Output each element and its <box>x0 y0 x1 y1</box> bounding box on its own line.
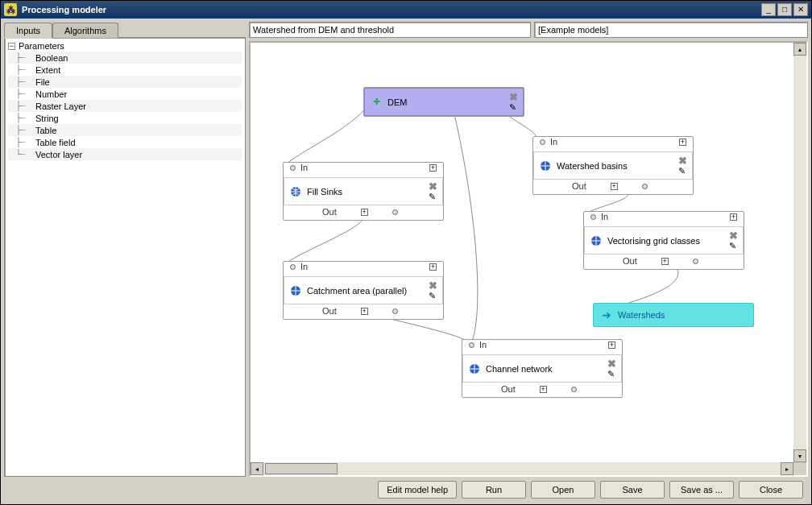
scroll-right-button[interactable]: ▸ <box>781 462 793 475</box>
tree-branch-icon: ├┈ <box>11 64 35 75</box>
tree-item-file[interactable]: ├┈File <box>8 76 242 88</box>
model-canvas[interactable]: ✚ DEM ✖✎ In + <box>251 43 806 475</box>
port-out-label: Out <box>623 256 637 266</box>
btn-label: Edit model help <box>387 485 448 495</box>
port-out-label: Out <box>501 384 516 394</box>
delete-icon[interactable]: ✖ <box>509 92 518 102</box>
scroll-thumb[interactable] <box>265 463 338 474</box>
model-group-input[interactable] <box>534 22 808 38</box>
expand-icon[interactable]: + <box>540 386 547 393</box>
left-tabs: Inputs Algorithms <box>4 22 246 37</box>
node-dem[interactable]: ✚ DEM ✖✎ <box>363 87 524 117</box>
node-dem-title: DEM <box>387 97 504 107</box>
app-icon: ⁂ <box>4 3 17 16</box>
expand-icon[interactable]: + <box>611 183 618 190</box>
arrow-right-icon: ➔ <box>600 308 613 321</box>
tree-branch-icon: └┈ <box>11 149 35 159</box>
close-window-button[interactable]: ✕ <box>793 3 808 16</box>
edit-model-help-button[interactable]: Edit model help <box>378 481 457 499</box>
tree-item-label: String <box>35 114 59 123</box>
expand-icon[interactable]: + <box>429 263 437 271</box>
save-button[interactable]: Save <box>600 481 665 499</box>
tab-inputs[interactable]: Inputs <box>4 23 52 38</box>
expand-icon[interactable]: + <box>730 213 737 221</box>
edit-icon[interactable]: ✎ <box>509 103 518 112</box>
port-in-label: In <box>479 340 487 350</box>
run-button[interactable]: Run <box>462 481 526 499</box>
tab-algorithms[interactable]: Algorithms <box>52 23 118 38</box>
delete-icon[interactable]: ✖ <box>607 358 616 369</box>
open-button[interactable]: Open <box>531 481 595 499</box>
tree-item-tablefield[interactable]: ├┈Table field <box>8 136 242 148</box>
delete-icon[interactable]: ✖ <box>429 181 437 192</box>
delete-icon[interactable]: ✖ <box>429 280 437 291</box>
expand-icon[interactable]: + <box>679 139 686 146</box>
model-name-input[interactable] <box>249 22 531 38</box>
minimize-button[interactable]: _ <box>761 3 776 16</box>
tree-branch-icon: ├┈ <box>11 52 35 63</box>
globe-icon <box>539 159 552 172</box>
expand-icon[interactable]: + <box>661 258 669 265</box>
tree-branch-icon: ├┈ <box>11 89 35 99</box>
port-out-dot[interactable] <box>642 184 648 189</box>
node-catchment[interactable]: In + Catchment area (parallel) ✖✎ Out + <box>283 261 444 320</box>
save-as-button[interactable]: Save as ... <box>669 481 734 499</box>
scroll-left-button[interactable]: ◂ <box>251 462 263 475</box>
port-in-dot[interactable] <box>290 165 296 171</box>
vertical-scrollbar[interactable]: ▴ ▾ <box>793 43 806 462</box>
edit-icon[interactable]: ✎ <box>429 192 437 201</box>
scroll-down-button[interactable]: ▾ <box>793 449 806 462</box>
port-in-label: In <box>601 212 608 221</box>
btn-label: Save <box>622 485 642 495</box>
tree-root-parameters[interactable]: − Parameters <box>8 40 242 52</box>
delete-icon[interactable]: ✖ <box>729 230 738 241</box>
maximize-button[interactable]: □ <box>777 3 792 16</box>
port-in-dot[interactable] <box>590 214 596 220</box>
globe-icon <box>289 284 302 297</box>
tree-item-extent[interactable]: ├┈Extent <box>8 64 242 76</box>
node-watershed-basins[interactable]: In + Watershed basins ✖✎ Out + <box>532 136 694 195</box>
node-channel[interactable]: In + Channel network ✖✎ Out + <box>462 339 623 398</box>
inputs-tree[interactable]: − Parameters ├┈Boolean ├┈Extent ├┈File ├… <box>4 37 246 477</box>
horizontal-scrollbar[interactable]: ◂ ▸ <box>251 462 793 475</box>
tree-item-boolean[interactable]: ├┈Boolean <box>8 52 242 64</box>
port-out-dot[interactable] <box>392 308 398 314</box>
scroll-up-button[interactable]: ▴ <box>793 43 806 56</box>
port-out-label: Out <box>322 306 337 316</box>
port-out-dot[interactable] <box>693 259 698 264</box>
tree-item-number[interactable]: ├┈Number <box>8 88 242 100</box>
tree-branch-icon: ├┈ <box>11 125 35 135</box>
globe-icon <box>468 362 481 375</box>
expand-icon[interactable]: + <box>361 308 368 315</box>
edit-icon[interactable]: ✎ <box>729 242 738 250</box>
tree-item-label: File <box>35 77 50 87</box>
expand-icon[interactable]: + <box>429 164 437 172</box>
port-out-dot[interactable] <box>571 387 577 392</box>
port-in-dot[interactable] <box>540 139 545 145</box>
close-button[interactable]: Close <box>739 481 803 499</box>
tree-item-vectorlayer[interactable]: └┈Vector layer <box>8 148 242 160</box>
tree-item-table[interactable]: ├┈Table <box>8 124 242 136</box>
node-catch-title: Catchment area (parallel) <box>307 286 424 296</box>
collapse-icon[interactable]: − <box>8 43 15 50</box>
tree-item-rasterlayer[interactable]: ├┈Raster Layer <box>8 100 242 112</box>
model-canvas-wrap: ✚ DEM ✖✎ In + <box>249 41 808 477</box>
delete-icon[interactable]: ✖ <box>678 155 687 166</box>
tree-item-label: Vector layer <box>35 150 82 159</box>
expand-icon[interactable]: + <box>608 341 615 349</box>
tree-item-string[interactable]: ├┈String <box>8 112 242 124</box>
edit-icon[interactable]: ✎ <box>678 167 687 176</box>
tree-item-label: Table <box>35 126 56 135</box>
model-fields <box>249 22 808 38</box>
port-in-dot[interactable] <box>469 342 474 348</box>
port-out-dot[interactable] <box>392 209 398 215</box>
plus-icon: ✚ <box>370 96 383 109</box>
node-fill-sinks[interactable]: In + Fill Sinks ✖✎ Out + <box>283 162 444 221</box>
btn-label: Save as ... <box>681 485 723 495</box>
edit-icon[interactable]: ✎ <box>429 292 437 300</box>
node-vectorising[interactable]: In + Vectorising grid classes ✖✎ Out + <box>583 211 744 270</box>
node-watersheds-output[interactable]: ➔ Watersheds <box>593 303 754 327</box>
port-in-dot[interactable] <box>290 264 296 270</box>
expand-icon[interactable]: + <box>361 209 368 216</box>
edit-icon[interactable]: ✎ <box>607 370 616 379</box>
